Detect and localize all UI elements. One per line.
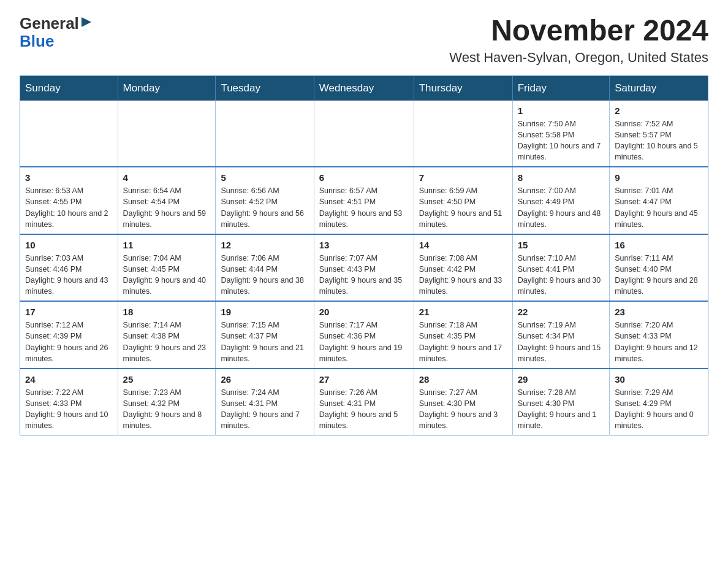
day-number: 25: [123, 374, 211, 385]
day-info: Sunrise: 7:19 AMSunset: 4:34 PMDaylight:…: [518, 320, 605, 364]
day-info: Sunrise: 7:24 AMSunset: 4:31 PMDaylight:…: [221, 387, 308, 432]
calendar-cell: 5Sunrise: 6:56 AMSunset: 4:52 PMDaylight…: [216, 167, 314, 234]
day-info: Sunrise: 7:22 AMSunset: 4:33 PMDaylight:…: [25, 387, 113, 432]
day-number: 19: [221, 307, 308, 317]
day-info: Sunrise: 6:53 AMSunset: 4:55 PMDaylight:…: [25, 185, 113, 230]
calendar-cell: 11Sunrise: 7:04 AMSunset: 4:45 PMDayligh…: [118, 234, 216, 302]
day-number: 4: [123, 172, 211, 183]
day-number: 23: [615, 307, 703, 317]
calendar-cell: [20, 101, 118, 167]
day-number: 21: [419, 307, 507, 317]
calendar-cell: 27Sunrise: 7:26 AMSunset: 4:31 PMDayligh…: [314, 369, 414, 435]
calendar-cell: [118, 101, 216, 167]
day-number: 3: [25, 172, 113, 183]
day-number: 1: [518, 105, 605, 116]
calendar-cell: [216, 101, 314, 167]
day-info: Sunrise: 7:27 AMSunset: 4:30 PMDaylight:…: [419, 387, 507, 432]
weekday-header-row: SundayMondayTuesdayWednesdayThursdayFrid…: [20, 75, 708, 101]
day-number: 6: [319, 172, 409, 183]
day-number: 5: [221, 172, 308, 183]
day-number: 22: [518, 307, 605, 317]
calendar-cell: 16Sunrise: 7:11 AMSunset: 4:40 PMDayligh…: [610, 234, 708, 302]
calendar-cell: 7Sunrise: 6:59 AMSunset: 4:50 PMDaylight…: [414, 167, 512, 234]
day-info: Sunrise: 7:28 AMSunset: 4:30 PMDaylight:…: [518, 387, 605, 432]
day-info: Sunrise: 7:20 AMSunset: 4:33 PMDaylight:…: [615, 320, 703, 364]
day-info: Sunrise: 7:23 AMSunset: 4:32 PMDaylight:…: [123, 387, 211, 432]
calendar-cell: 2Sunrise: 7:52 AMSunset: 5:57 PMDaylight…: [610, 101, 708, 167]
day-number: 28: [419, 374, 507, 385]
logo-general-text: General: [20, 15, 79, 33]
day-info: Sunrise: 7:01 AMSunset: 4:47 PMDaylight:…: [615, 185, 703, 230]
day-info: Sunrise: 7:08 AMSunset: 4:42 PMDaylight:…: [419, 253, 507, 297]
day-number: 15: [518, 240, 605, 250]
day-number: 17: [25, 307, 113, 317]
page-subtitle: West Haven-Sylvan, Oregon, United States: [449, 50, 708, 66]
calendar-cell: 10Sunrise: 7:03 AMSunset: 4:46 PMDayligh…: [20, 234, 118, 302]
calendar-cell: [414, 101, 512, 167]
calendar-cell: 9Sunrise: 7:01 AMSunset: 4:47 PMDaylight…: [610, 167, 708, 234]
weekday-header-tuesday: Tuesday: [216, 75, 314, 101]
calendar-cell: [314, 101, 414, 167]
day-number: 30: [615, 374, 703, 385]
weekday-header-thursday: Thursday: [414, 75, 512, 101]
page-title: November 2024: [449, 15, 708, 47]
header-area: General Blue November 2024 West Haven-Sy…: [20, 15, 708, 66]
day-number: 7: [419, 172, 507, 183]
day-number: 13: [319, 240, 409, 250]
weekday-header-friday: Friday: [512, 75, 610, 101]
day-number: 10: [25, 240, 113, 250]
calendar-cell: 24Sunrise: 7:22 AMSunset: 4:33 PMDayligh…: [20, 369, 118, 435]
day-info: Sunrise: 7:00 AMSunset: 4:49 PMDaylight:…: [518, 185, 605, 230]
day-number: 9: [615, 172, 703, 183]
calendar-cell: 8Sunrise: 7:00 AMSunset: 4:49 PMDaylight…: [512, 167, 610, 234]
calendar-cell: 25Sunrise: 7:23 AMSunset: 4:32 PMDayligh…: [118, 369, 216, 435]
logo: General Blue: [20, 15, 93, 50]
day-info: Sunrise: 7:04 AMSunset: 4:45 PMDaylight:…: [123, 253, 211, 297]
calendar-cell: 14Sunrise: 7:08 AMSunset: 4:42 PMDayligh…: [414, 234, 512, 302]
weekday-header-sunday: Sunday: [20, 75, 118, 101]
title-area: November 2024 West Haven-Sylvan, Oregon,…: [449, 15, 708, 66]
calendar-body: 1Sunrise: 7:50 AMSunset: 5:58 PMDaylight…: [20, 101, 708, 435]
day-number: 24: [25, 374, 113, 385]
day-info: Sunrise: 7:06 AMSunset: 4:44 PMDaylight:…: [221, 253, 308, 297]
weekday-header-saturday: Saturday: [610, 75, 708, 101]
calendar-cell: 4Sunrise: 6:54 AMSunset: 4:54 PMDaylight…: [118, 167, 216, 234]
calendar-cell: 29Sunrise: 7:28 AMSunset: 4:30 PMDayligh…: [512, 369, 610, 435]
day-number: 14: [419, 240, 507, 250]
calendar-header: SundayMondayTuesdayWednesdayThursdayFrid…: [20, 75, 708, 101]
calendar-week-row: 1Sunrise: 7:50 AMSunset: 5:58 PMDaylight…: [20, 101, 708, 167]
day-info: Sunrise: 7:07 AMSunset: 4:43 PMDaylight:…: [319, 253, 409, 297]
day-number: 11: [123, 240, 211, 250]
day-info: Sunrise: 7:14 AMSunset: 4:38 PMDaylight:…: [123, 320, 211, 364]
calendar-cell: 28Sunrise: 7:27 AMSunset: 4:30 PMDayligh…: [414, 369, 512, 435]
calendar-cell: 15Sunrise: 7:10 AMSunset: 4:41 PMDayligh…: [512, 234, 610, 302]
day-number: 20: [319, 307, 409, 317]
calendar-cell: 3Sunrise: 6:53 AMSunset: 4:55 PMDaylight…: [20, 167, 118, 234]
day-info: Sunrise: 7:29 AMSunset: 4:29 PMDaylight:…: [615, 387, 703, 432]
day-info: Sunrise: 7:12 AMSunset: 4:39 PMDaylight:…: [25, 320, 113, 364]
day-info: Sunrise: 7:17 AMSunset: 4:36 PMDaylight:…: [319, 320, 409, 364]
day-info: Sunrise: 6:57 AMSunset: 4:51 PMDaylight:…: [319, 185, 409, 230]
day-number: 27: [319, 374, 409, 385]
day-number: 8: [518, 172, 605, 183]
day-number: 29: [518, 374, 605, 385]
day-info: Sunrise: 6:59 AMSunset: 4:50 PMDaylight:…: [419, 185, 507, 230]
day-info: Sunrise: 6:54 AMSunset: 4:54 PMDaylight:…: [123, 185, 211, 230]
day-info: Sunrise: 7:18 AMSunset: 4:35 PMDaylight:…: [419, 320, 507, 364]
calendar-cell: 13Sunrise: 7:07 AMSunset: 4:43 PMDayligh…: [314, 234, 414, 302]
day-number: 2: [615, 105, 703, 116]
day-number: 18: [123, 307, 211, 317]
calendar-week-row: 24Sunrise: 7:22 AMSunset: 4:33 PMDayligh…: [20, 369, 708, 435]
day-info: Sunrise: 6:56 AMSunset: 4:52 PMDaylight:…: [221, 185, 308, 230]
calendar-cell: 23Sunrise: 7:20 AMSunset: 4:33 PMDayligh…: [610, 301, 708, 369]
day-info: Sunrise: 7:10 AMSunset: 4:41 PMDaylight:…: [518, 253, 605, 297]
day-info: Sunrise: 7:11 AMSunset: 4:40 PMDaylight:…: [615, 253, 703, 297]
calendar-cell: 17Sunrise: 7:12 AMSunset: 4:39 PMDayligh…: [20, 301, 118, 369]
calendar-cell: 26Sunrise: 7:24 AMSunset: 4:31 PMDayligh…: [216, 369, 314, 435]
svg-marker-0: [82, 17, 91, 27]
calendar-cell: 22Sunrise: 7:19 AMSunset: 4:34 PMDayligh…: [512, 301, 610, 369]
calendar-table: SundayMondayTuesdayWednesdayThursdayFrid…: [20, 75, 708, 436]
calendar-cell: 21Sunrise: 7:18 AMSunset: 4:35 PMDayligh…: [414, 301, 512, 369]
calendar-week-row: 10Sunrise: 7:03 AMSunset: 4:46 PMDayligh…: [20, 234, 708, 302]
day-info: Sunrise: 7:50 AMSunset: 5:58 PMDaylight:…: [518, 118, 605, 163]
